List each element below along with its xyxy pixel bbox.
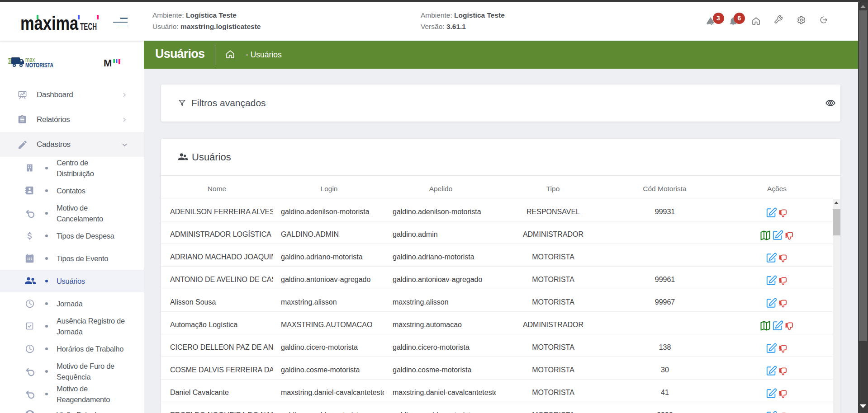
svg-text:MOTORISTA: MOTORISTA xyxy=(25,61,53,69)
svg-text:TECH: TECH xyxy=(80,21,97,32)
svg-text:maxima: maxima xyxy=(20,13,79,34)
svg-text:M: M xyxy=(104,57,112,68)
